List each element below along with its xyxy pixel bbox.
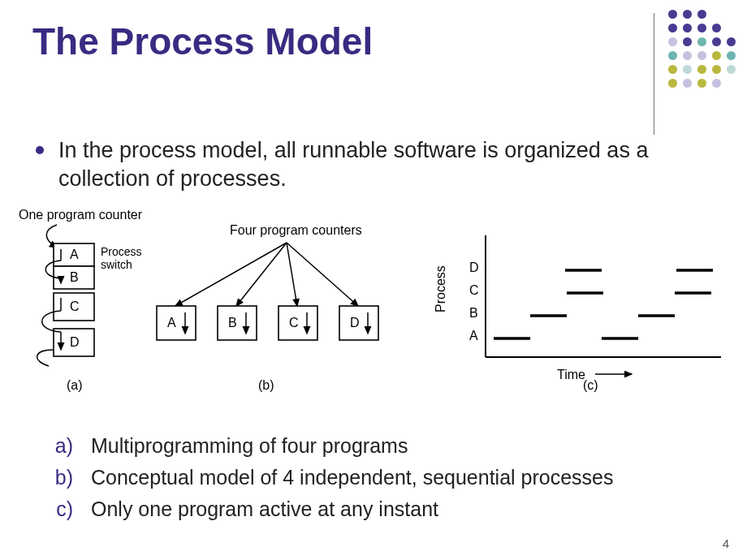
page-title: The Process Model [32, 19, 373, 63]
sublist-text: Conceptual model of 4 independent, seque… [91, 462, 614, 493]
svg-text:C: C [469, 283, 479, 297]
svg-text:C: C [70, 299, 80, 313]
decorative-dots [668, 10, 736, 88]
slide: The Process Model In the process model, … [0, 0, 747, 560]
title-divider [654, 13, 654, 135]
svg-text:C: C [289, 316, 299, 330]
svg-rect-13 [157, 306, 196, 340]
sublist-item-c: c) Only one program active at any instan… [45, 493, 614, 525]
svg-line-9 [175, 243, 287, 306]
sublist-label: b) [45, 462, 73, 493]
fig-label-one-pc: One program counter [19, 208, 143, 222]
sublist-label: c) [45, 493, 73, 525]
svg-line-10 [236, 243, 287, 306]
fig-b-boxes: A B C D [157, 306, 378, 340]
fig-xlabel: Time [557, 368, 585, 381]
sublist-text: Only one program active at any instant [91, 493, 438, 525]
svg-text:D: D [70, 335, 80, 349]
bullet-icon [36, 146, 44, 154]
process-model-figure: text{font-family:Arial,Helvetica,sans-se… [15, 207, 741, 406]
svg-rect-16 [218, 306, 257, 340]
sublist-item-a: a) Multiprogramming of four programs [45, 430, 614, 462]
svg-text:A: A [469, 329, 478, 342]
fig-label-four-pcs: Four program counters [230, 223, 362, 237]
fig-label-process-switch: Process [101, 245, 142, 258]
svg-text:D: D [350, 316, 360, 330]
svg-text:D: D [469, 261, 479, 274]
sublist-text: Multiprogramming of four programs [91, 430, 408, 462]
main-bullet-text: In the process model, all runnable softw… [58, 136, 659, 193]
svg-line-12 [287, 243, 358, 306]
svg-text:B: B [228, 316, 237, 330]
fig-sublabel-c: (c) [583, 378, 598, 392]
sublist-label: a) [45, 430, 73, 462]
svg-text:switch: switch [101, 258, 132, 271]
fig-ylabel: Process [434, 265, 447, 312]
svg-text:B: B [469, 306, 478, 320]
svg-text:A: A [70, 248, 79, 261]
main-bullet-row: In the process model, all runnable softw… [36, 136, 659, 193]
fig-sublabel-b: (b) [258, 378, 274, 392]
sublist-item-b: b) Conceptual model of 4 independent, se… [45, 462, 614, 493]
sub-list: a) Multiprogramming of four programs b) … [45, 430, 614, 524]
fig-sublabel-a: (a) [67, 378, 83, 392]
fig-c-chart: Process D C B A Time [434, 235, 721, 381]
page-number: 4 [723, 536, 729, 550]
svg-line-11 [287, 243, 297, 306]
svg-text:B: B [70, 270, 79, 284]
svg-text:A: A [167, 316, 176, 330]
